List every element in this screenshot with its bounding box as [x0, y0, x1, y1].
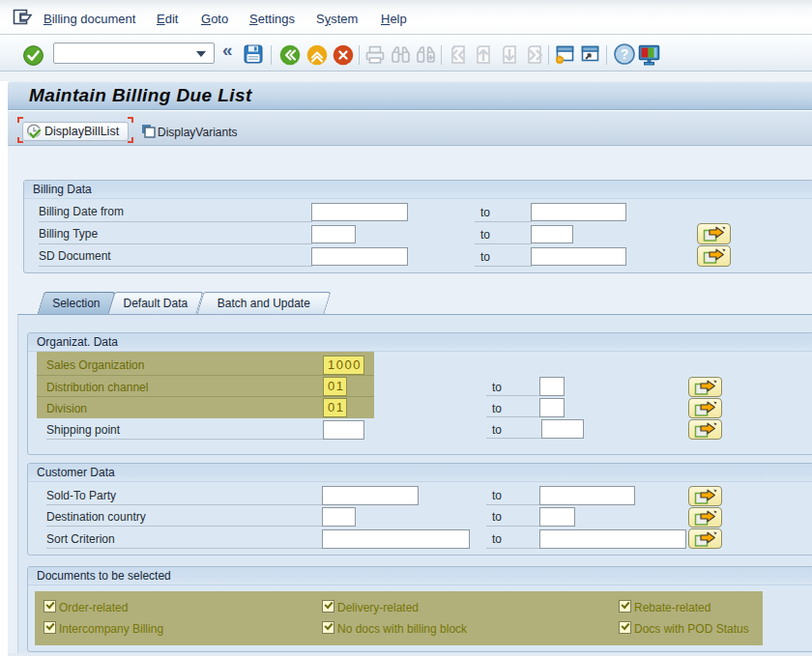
svg-text:?: ? — [621, 46, 629, 62]
